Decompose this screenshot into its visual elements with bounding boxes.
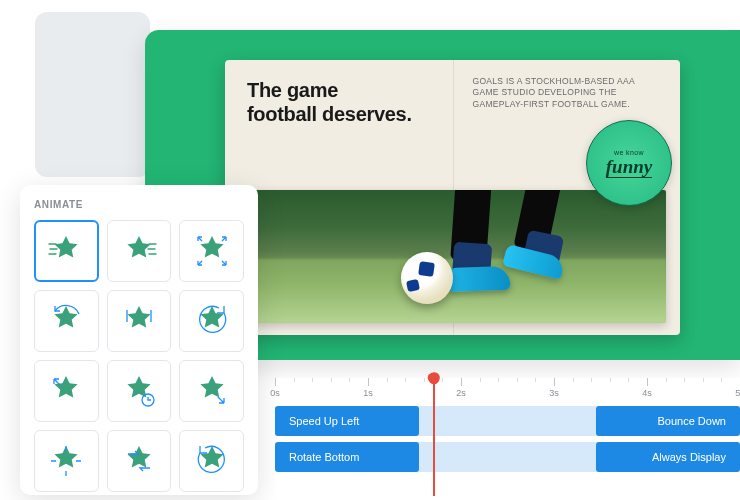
timeline-block[interactable]: Rotate Bottom (275, 442, 419, 472)
animate-panel-title: ANIMATE (34, 199, 244, 210)
badge-subtitle: we know (614, 149, 644, 156)
badge-title: funny (606, 157, 652, 178)
animate-option-swap[interactable] (107, 430, 172, 492)
animate-option-clock-delay[interactable] (107, 360, 172, 422)
background-card (35, 12, 150, 177)
book-title: The game football deserves. (247, 78, 433, 126)
book-photo (239, 190, 666, 323)
timeline-track[interactable]: Rotate BottomAlways Display (275, 442, 740, 472)
timeline-block[interactable]: Always Display (596, 442, 740, 472)
timeline-block[interactable]: Speed Up Left (275, 406, 419, 436)
timeline-tracks: Speed Up LeftBounce DownRotate BottomAlw… (275, 406, 740, 472)
timeline-block[interactable]: Bounce Down (596, 406, 740, 436)
animate-option-speed-left[interactable] (107, 220, 172, 282)
animate-option-expand[interactable] (179, 220, 244, 282)
timeline-ruler[interactable]: 0s1s2s3s4s5s (275, 378, 740, 406)
title-line2: football deserves. (247, 103, 412, 125)
animate-option-shake-vertical[interactable] (107, 290, 172, 352)
timeline[interactable]: 0s1s2s3s4s5s Speed Up LeftBounce DownRot… (275, 378, 740, 496)
playhead[interactable] (433, 378, 435, 496)
badge-funny[interactable]: we know funny (586, 120, 672, 206)
tick-label: 4s (642, 388, 652, 398)
animate-option-speed-right[interactable] (34, 220, 99, 282)
tick-major (554, 378, 555, 386)
title-line1: The game (247, 79, 338, 101)
animate-option-rotate-ccw[interactable] (179, 430, 244, 492)
tick-major (275, 378, 276, 386)
animate-option-pop-in[interactable] (34, 430, 99, 492)
book-spread[interactable]: The game football deserves. GOALS IS A S… (225, 60, 680, 335)
animate-option-slide-up-left[interactable] (34, 360, 99, 422)
tick-label: 0s (270, 388, 280, 398)
book-description: GOALS IS A STOCKHOLM-BASED AAA GAME STUD… (473, 76, 663, 110)
animate-option-rotate-in[interactable] (34, 290, 99, 352)
tick-label: 3s (549, 388, 559, 398)
tick-major (368, 378, 369, 386)
animate-option-slide-down-right[interactable] (179, 360, 244, 422)
tick-label: 5s (735, 388, 740, 398)
animate-option-rotate-cw[interactable] (179, 290, 244, 352)
animate-grid (34, 220, 244, 492)
timeline-track[interactable]: Speed Up LeftBounce Down (275, 406, 740, 436)
tick-major (461, 378, 462, 386)
tick-major (647, 378, 648, 386)
tick-label: 1s (363, 388, 373, 398)
tick-label: 2s (456, 388, 466, 398)
animate-panel: ANIMATE (20, 185, 258, 495)
